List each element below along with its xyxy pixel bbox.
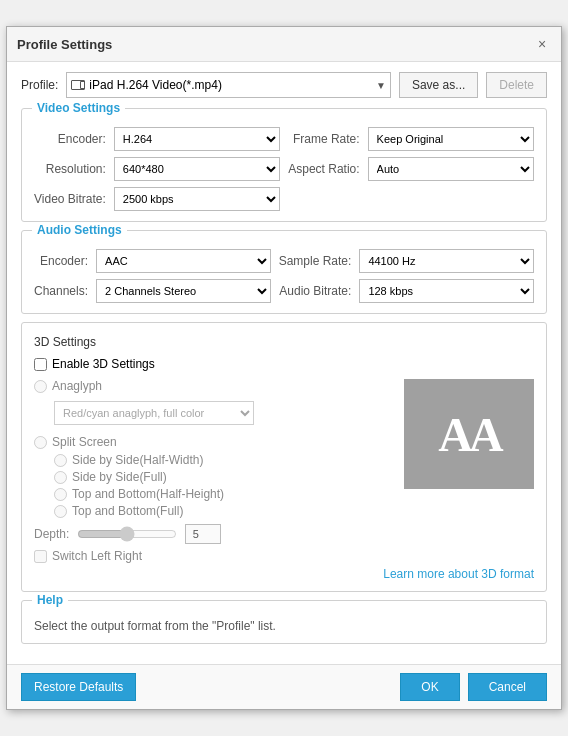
ok-button[interactable]: OK xyxy=(400,673,459,701)
tablet-icon xyxy=(71,80,85,90)
sub-option-2: Side by Side(Full) xyxy=(54,470,394,484)
anaglyph-label[interactable]: Anaglyph xyxy=(52,379,102,393)
sub-option-1: Side by Side(Half-Width) xyxy=(54,453,394,467)
switch-lr-label: Switch Left Right xyxy=(52,549,142,563)
save-as-button[interactable]: Save as... xyxy=(399,72,478,98)
profile-settings-dialog: Profile Settings × Profile: iPad H.264 V… xyxy=(6,26,562,710)
video-settings-section: Video Settings Encoder: H.264 Frame Rate… xyxy=(21,108,547,222)
help-text: Select the output format from the "Profi… xyxy=(34,619,534,633)
switch-row: Switch Left Right xyxy=(34,549,394,563)
anaglyph-radio-row: Anaglyph xyxy=(34,379,394,393)
sub-option-1-radio[interactable] xyxy=(54,454,67,467)
encoder-select[interactable]: H.264 xyxy=(114,127,280,151)
sub-option-4-label: Top and Bottom(Full) xyxy=(72,504,183,518)
audio-encoder-label: Encoder: xyxy=(34,254,88,268)
profile-dropdown[interactable]: iPad H.264 Video(*.mp4) ▼ xyxy=(66,72,391,98)
3d-left-panel: Anaglyph Red/cyan anaglyph, full color S… xyxy=(34,379,394,563)
profile-label: Profile: xyxy=(21,78,58,92)
dropdown-arrow-icon: ▼ xyxy=(376,80,386,91)
dialog-footer: Restore Defaults OK Cancel xyxy=(7,664,561,709)
split-screen-radio[interactable] xyxy=(34,436,47,449)
sub-option-3-radio[interactable] xyxy=(54,488,67,501)
cancel-button[interactable]: Cancel xyxy=(468,673,547,701)
sub-option-4-radio[interactable] xyxy=(54,505,67,518)
resolution-select-wrap: 640*480 xyxy=(114,157,280,181)
dialog-title: Profile Settings xyxy=(17,37,112,52)
sub-option-2-label: Side by Side(Full) xyxy=(72,470,167,484)
depth-slider[interactable] xyxy=(77,526,177,542)
audio-settings-grid: Encoder: AAC Sample Rate: 44100 Hz Chann… xyxy=(34,249,534,303)
close-button[interactable]: × xyxy=(533,35,551,53)
anaglyph-select-wrap: Red/cyan anaglyph, full color xyxy=(54,401,394,425)
3d-settings-section: 3D Settings Enable 3D Settings Anaglyph xyxy=(21,322,547,592)
video-settings-title: Video Settings xyxy=(32,101,125,115)
aspect-ratio-select-wrap: Auto xyxy=(368,157,534,181)
sample-rate-select[interactable]: 44100 Hz xyxy=(359,249,534,273)
sub-option-3-label: Top and Bottom(Half-Height) xyxy=(72,487,224,501)
dialog-content: Profile: iPad H.264 Video(*.mp4) ▼ Save … xyxy=(7,62,561,664)
audio-bitrate-select-wrap: 128 kbps xyxy=(359,279,534,303)
resolution-select[interactable]: 640*480 xyxy=(114,157,280,181)
anaglyph-select[interactable]: Red/cyan anaglyph, full color xyxy=(54,401,254,425)
video-bitrate-select-wrap: 2500 kbps xyxy=(114,187,280,211)
audio-settings-title: Audio Settings xyxy=(32,223,127,237)
sub-option-4: Top and Bottom(Full) xyxy=(54,504,394,518)
depth-input[interactable]: 5 xyxy=(185,524,221,544)
3d-preview-text: AA xyxy=(438,407,499,462)
enable-3d-row: Enable 3D Settings xyxy=(34,357,534,371)
help-section: Help Select the output format from the "… xyxy=(21,600,547,644)
profile-row: Profile: iPad H.264 Video(*.mp4) ▼ Save … xyxy=(21,72,547,98)
footer-right: OK Cancel xyxy=(400,673,547,701)
video-bitrate-select[interactable]: 2500 kbps xyxy=(114,187,280,211)
split-screen-label[interactable]: Split Screen xyxy=(52,435,117,449)
aspect-ratio-label: Aspect Ratio: xyxy=(288,162,359,176)
sub-option-1-label: Side by Side(Half-Width) xyxy=(72,453,203,467)
sample-rate-select-wrap: 44100 Hz xyxy=(359,249,534,273)
3d-settings-title: 3D Settings xyxy=(34,335,534,349)
aspect-ratio-select[interactable]: Auto xyxy=(368,157,534,181)
learn-more-link[interactable]: Learn more about 3D format xyxy=(383,567,534,581)
channels-select[interactable]: 2 Channels Stereo xyxy=(96,279,271,303)
sub-option-3: Top and Bottom(Half-Height) xyxy=(54,487,394,501)
audio-encoder-select[interactable]: AAC xyxy=(96,249,271,273)
sample-rate-label: Sample Rate: xyxy=(279,254,352,268)
profile-value: iPad H.264 Video(*.mp4) xyxy=(89,78,222,92)
video-settings-grid: Encoder: H.264 Frame Rate: Keep Original… xyxy=(34,127,534,211)
split-screen-suboptions: Side by Side(Half-Width) Side by Side(Fu… xyxy=(54,453,394,518)
depth-row: Depth: 5 xyxy=(34,524,394,544)
3d-content: Anaglyph Red/cyan anaglyph, full color S… xyxy=(34,379,534,563)
resolution-label: Resolution: xyxy=(34,162,106,176)
enable-3d-checkbox[interactable] xyxy=(34,358,47,371)
enable-3d-label[interactable]: Enable 3D Settings xyxy=(52,357,155,371)
3d-radio-group: Anaglyph Red/cyan anaglyph, full color S… xyxy=(34,379,394,518)
restore-defaults-button[interactable]: Restore Defaults xyxy=(21,673,136,701)
anaglyph-radio[interactable] xyxy=(34,380,47,393)
switch-lr-checkbox[interactable] xyxy=(34,550,47,563)
audio-bitrate-label: Audio Bitrate: xyxy=(279,284,352,298)
help-title: Help xyxy=(32,593,68,607)
frame-rate-select-wrap: Keep Original xyxy=(368,127,534,151)
frame-rate-label: Frame Rate: xyxy=(288,132,359,146)
split-screen-radio-row: Split Screen xyxy=(34,435,394,449)
audio-bitrate-select[interactable]: 128 kbps xyxy=(359,279,534,303)
learn-more-row: Learn more about 3D format xyxy=(34,567,534,581)
video-bitrate-label: Video Bitrate: xyxy=(34,192,106,206)
3d-preview-box: AA xyxy=(404,379,534,489)
depth-label: Depth: xyxy=(34,527,69,541)
channels-select-wrap: 2 Channels Stereo xyxy=(96,279,271,303)
audio-settings-section: Audio Settings Encoder: AAC Sample Rate:… xyxy=(21,230,547,314)
encoder-label: Encoder: xyxy=(34,132,106,146)
channels-label: Channels: xyxy=(34,284,88,298)
delete-button[interactable]: Delete xyxy=(486,72,547,98)
frame-rate-select[interactable]: Keep Original xyxy=(368,127,534,151)
audio-encoder-select-wrap: AAC xyxy=(96,249,271,273)
sub-option-2-radio[interactable] xyxy=(54,471,67,484)
title-bar: Profile Settings × xyxy=(7,27,561,62)
encoder-select-wrap: H.264 xyxy=(114,127,280,151)
